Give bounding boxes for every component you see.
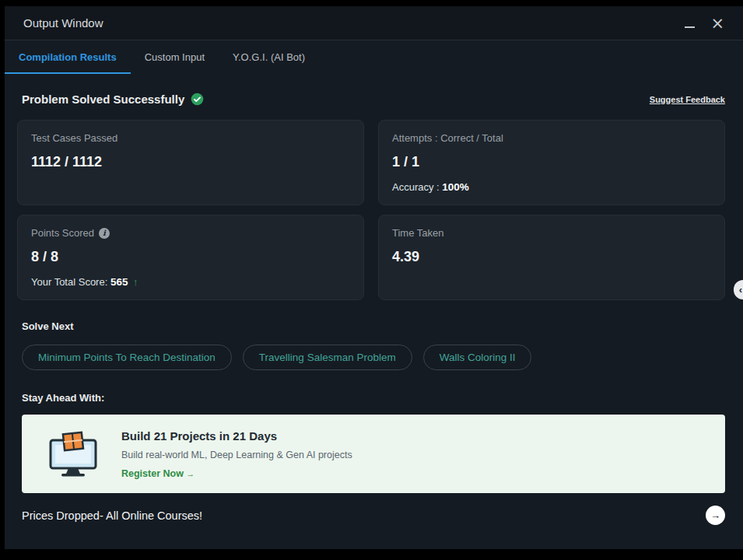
chevron-left-icon: ‹ [739,284,742,296]
result-cards-grid: Test Cases Passed 1112 / 1112 Attempts :… [17,120,725,300]
register-now-label: Register Now [121,468,186,479]
accuracy-line: Accuracy : 100% [392,181,711,193]
attempts-value: 1 / 1 [392,154,711,170]
time-taken-card: Time Taken 4.39 [378,215,725,300]
tab-compilation-results[interactable]: Compilation Results [5,40,131,74]
total-score-value: 565 [110,276,128,288]
courses-promo-row: Prices Dropped- All Online Courses! → [22,506,725,525]
accuracy-label: Accuracy : [392,181,442,193]
accuracy-value: 100% [442,181,469,193]
solve-next-problem-2[interactable]: Travelling Salesman Problem [243,345,412,370]
test-cases-card: Test Cases Passed 1112 / 1112 [17,120,364,205]
suggest-feedback-link[interactable]: Suggest Feedback [650,95,725,104]
success-check-icon [191,93,204,106]
time-taken-value: 4.39 [392,249,711,265]
window-controls: × [685,16,724,30]
attempts-card: Attempts : Correct / Total 1 / 1 Accurac… [378,120,725,205]
test-cases-label: Test Cases Passed [31,132,350,144]
register-now-link[interactable]: Register Now → [121,468,352,479]
status-left: Problem Solved Successfully [22,93,204,106]
banner-text: Build 21 Projects in 21 Days Build real-… [121,429,352,479]
points-label-row: Points Scored i [31,227,350,239]
monitor-package-icon [48,431,98,478]
status-row: Problem Solved Successfully Suggest Feed… [17,93,725,106]
banner-title: Build 21 Projects in 21 Days [121,429,352,443]
solve-next-problem-3[interactable]: Walls Coloring II [423,345,532,370]
score-up-arrow-icon: ↑ [133,276,138,288]
titlebar: Output Window × [5,6,743,40]
solve-next-problems: Minimum Points To Reach Destination Trav… [22,345,725,370]
compilation-results-panel: Problem Solved Successfully Suggest Feed… [5,74,743,549]
test-cases-value: 1112 / 1112 [31,154,350,170]
output-window-modal: Output Window × Compilation Results Cust… [5,6,743,549]
tab-bar: Compilation Results Custom Input Y.O.G.I… [5,40,743,74]
total-score-label: Your Total Score: [31,276,110,288]
stay-ahead-title: Stay Ahead With: [22,392,725,404]
courses-promo-text: Prices Dropped- All Online Courses! [22,509,202,522]
points-value: 8 / 8 [31,249,350,265]
tab-yogi-ai-bot[interactable]: Y.O.G.I. (AI Bot) [219,40,319,74]
minimize-icon[interactable] [685,26,695,28]
info-icon[interactable]: i [99,228,110,239]
attempts-label: Attempts : Correct / Total [392,132,711,144]
register-arrow-icon: → [186,469,195,478]
points-label: Points Scored [31,227,94,239]
points-card: Points Scored i 8 / 8 Your Total Score: … [17,215,364,300]
time-taken-label: Time Taken [392,227,711,239]
solve-next-title: Solve Next [22,320,725,332]
total-score-line: Your Total Score: 565 ↑ [31,276,350,288]
banner-subtitle: Build real-world ML, Deep Learning & Gen… [121,450,352,460]
solve-next-problem-1[interactable]: Minimum Points To Reach Destination [22,345,232,370]
promo-banner[interactable]: Build 21 Projects in 21 Days Build real-… [22,415,725,493]
window-title: Output Window [23,16,103,30]
close-icon[interactable]: × [710,16,724,30]
status-title: Problem Solved Successfully [22,93,184,106]
promo-next-arrow-button[interactable]: → [706,506,725,525]
tab-custom-input[interactable]: Custom Input [131,40,219,74]
